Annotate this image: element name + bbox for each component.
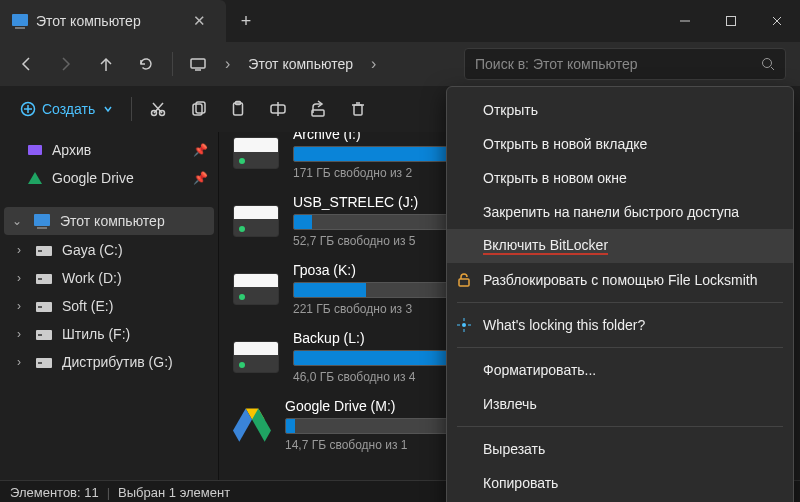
chevron-right-icon[interactable]: › [365,55,382,73]
menu-item[interactable]: Закрепить на панели быстрого доступа [447,195,793,229]
rename-button[interactable] [258,92,298,126]
drive-icon [233,273,279,305]
svg-line-8 [771,67,774,70]
svg-rect-23 [354,105,362,115]
address-bar[interactable]: › Этот компьютер › [179,48,386,80]
google-drive-icon [28,172,42,184]
sidebar-drive-e[interactable]: › Soft (E:) [0,292,218,320]
status-items-count: Элементов: 11 [10,485,99,500]
context-menu: ОткрытьОткрыть в новой вкладкеОткрыть в … [446,86,794,502]
this-pc-icon [34,214,50,226]
copy-button[interactable] [178,92,218,126]
sidebar-item-label: Google Drive [52,170,134,186]
svg-rect-22 [312,110,324,116]
create-label: Создать [42,101,95,117]
status-selection: Выбран 1 элемент [118,485,230,500]
navigation-bar: › Этот компьютер › Поиск в: Этот компьют… [0,42,800,86]
drive-icon [233,341,279,373]
menu-item-label: Открыть [483,102,538,118]
sidebar-item-label: Work (D:) [62,270,122,286]
up-button[interactable] [86,48,126,80]
sidebar-item-archive[interactable]: Архив 📌 [0,136,218,164]
breadcrumb-this-pc[interactable]: Этот компьютер [242,52,359,76]
drive-icon [36,246,52,256]
drive-icon [36,358,52,368]
pin-icon: 📌 [193,143,208,157]
chevron-right-icon[interactable]: › [12,271,26,285]
sidebar-drive-f[interactable]: › Штиль (F:) [0,320,218,348]
back-button[interactable] [6,48,46,80]
maximize-button[interactable] [708,0,754,42]
title-bar: Этот компьютер ✕ + [0,0,800,42]
minimize-button[interactable] [662,0,708,42]
menu-item-label: Копировать [483,475,558,491]
separator: | [107,485,110,500]
menu-item[interactable]: Открыть в новой вкладке [447,127,793,161]
close-window-button[interactable] [754,0,800,42]
menu-item[interactable]: Копировать [447,466,793,500]
svg-rect-5 [191,59,205,68]
menu-separator [457,302,783,303]
chevron-right-icon[interactable]: › [219,55,236,73]
drive-icon [36,274,52,284]
drive-icon [36,330,52,340]
menu-item-label: Извлечь [483,396,537,412]
menu-item-label: Открыть в новом окне [483,170,627,186]
menu-item-label: What's locking this folder? [483,317,645,333]
menu-item[interactable]: Вырезать [447,432,793,466]
drive-icon [36,302,52,312]
menu-item[interactable]: What's locking this folder? [447,308,793,342]
sidebar-item-label: Дистрибутив (G:) [62,354,173,370]
separator [172,52,173,76]
sidebar-item-label: Штиль (F:) [62,326,130,342]
chevron-right-icon[interactable]: › [12,243,26,257]
paste-button[interactable] [218,92,258,126]
chevron-right-icon[interactable]: › [12,355,26,369]
share-button[interactable] [298,92,338,126]
usage-bar [285,418,467,434]
menu-item-label: Закрепить на панели быстрого доступа [483,204,739,220]
tab-this-pc[interactable]: Этот компьютер ✕ [0,0,226,42]
sidebar-item-google-drive[interactable]: Google Drive 📌 [0,164,218,192]
search-placeholder: Поиск в: Этот компьютер [475,56,638,72]
create-button[interactable]: Создать [8,95,125,123]
chevron-right-icon[interactable]: › [12,327,26,341]
menu-item-label: Форматировать... [483,362,596,378]
svg-rect-30 [459,279,469,286]
search-input[interactable]: Поиск в: Этот компьютер [464,48,786,80]
google-drive-icon [233,408,271,442]
location-icon [183,48,213,80]
pin-icon: 📌 [193,171,208,185]
menu-item[interactable]: Открыть в новом окне [447,161,793,195]
sidebar-item-label: Архив [52,142,91,158]
sidebar-item-this-pc[interactable]: ⌄ Этот компьютер [4,207,214,235]
sidebar-drive-g[interactable]: › Дистрибутив (G:) [0,348,218,376]
delete-button[interactable] [338,92,378,126]
separator [131,97,132,121]
menu-item[interactable]: Извлечь [447,387,793,421]
menu-item-label: Включить BitLocker [483,238,608,255]
tab-title: Этот компьютер [36,13,141,29]
close-tab-button[interactable]: ✕ [187,10,212,32]
this-pc-icon [12,14,28,26]
new-tab-button[interactable]: + [226,11,266,32]
menu-item-label: Вырезать [483,441,545,457]
refresh-button[interactable] [126,48,166,80]
menu-item[interactable]: Включить BitLocker [447,229,793,263]
svg-point-7 [763,59,772,68]
search-icon [761,57,775,71]
sidebar-drive-c[interactable]: › Gaya (C:) [0,236,218,264]
forward-button[interactable] [46,48,86,80]
unlock-icon [455,271,473,289]
sidebar-drive-d[interactable]: › Work (D:) [0,264,218,292]
cut-button[interactable] [138,92,178,126]
menu-item[interactable]: Разблокировать с помощью File Locksmith [447,263,793,297]
window-controls [662,0,800,42]
sidebar-item-label: Soft (E:) [62,298,113,314]
menu-item[interactable]: Открыть [447,93,793,127]
chevron-right-icon[interactable]: › [12,299,26,313]
svg-rect-1 [727,17,736,26]
menu-item[interactable]: Форматировать... [447,353,793,387]
chevron-down-icon[interactable]: ⌄ [10,214,24,228]
svg-point-31 [462,323,466,327]
